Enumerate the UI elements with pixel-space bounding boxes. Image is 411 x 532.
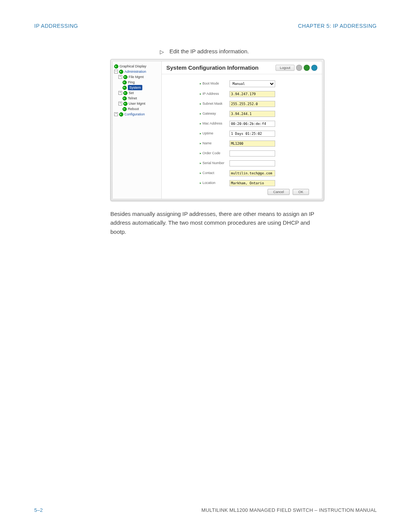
bullet-icon <box>123 86 127 90</box>
page-number: 5–2 <box>34 507 43 513</box>
page-footer: 5–2 MULTILINK ML1200 MANAGED FIELD SWITC… <box>34 507 377 513</box>
refresh-icon[interactable] <box>304 65 310 71</box>
bullet-icon <box>123 107 127 111</box>
sidebar-item-administration[interactable]: – Administration <box>114 69 160 74</box>
label-boot-mode: Boot Mode <box>200 81 229 85</box>
bullet-icon <box>123 80 127 85</box>
row-ip-address: IP Address <box>200 90 313 97</box>
sidebar-item-graphical-display[interactable]: Graphical Display <box>114 64 160 69</box>
row-location: Location <box>200 179 313 186</box>
page-header: IP ADDRESSING CHAPTER 5: IP ADDRESSING <box>34 23 377 29</box>
sidebar-label: Telnet <box>128 96 137 101</box>
sidebar-item-set[interactable]: + Set <box>114 90 160 96</box>
topbar: System Configuration Information Logout <box>162 61 322 74</box>
bullet-icon <box>123 75 127 79</box>
label-contact: Contact <box>200 171 229 175</box>
ip-address-input[interactable] <box>229 91 275 97</box>
topbar-actions: Logout <box>276 65 317 71</box>
boot-mode-select[interactable]: Manual <box>229 80 275 87</box>
sidebar: Graphical Display – Administration + Fil… <box>113 61 162 199</box>
manual-title: MULTILINK ML1200 MANAGED FIELD SWITCH – … <box>201 507 377 513</box>
sidebar-label: Reboot <box>128 106 139 112</box>
row-mac: Mac Address <box>200 120 313 127</box>
triangle-icon: ▷ <box>160 49 164 55</box>
main-panel: System Configuration Information Logout … <box>162 61 322 199</box>
row-gateway: Gateway <box>200 110 313 117</box>
cancel-button[interactable]: Cancel <box>268 189 290 195</box>
row-serial: Serial Number <box>200 159 313 166</box>
label-location: Location <box>200 181 229 185</box>
bullet-icon <box>114 64 118 69</box>
ok-button[interactable]: OK <box>293 189 309 195</box>
bullet-icon <box>119 112 123 117</box>
app-window: Graphical Display – Administration + Fil… <box>112 61 322 199</box>
sidebar-item-user-mgmt[interactable]: + User Mgmt <box>114 101 160 106</box>
sidebar-label: Graphical Display <box>119 64 147 69</box>
header-right: CHAPTER 5: IP ADDRESSING <box>298 23 377 29</box>
bullet-icon <box>123 102 127 106</box>
row-name: Name <box>200 139 313 147</box>
label-uptime: Uptime <box>200 131 229 135</box>
uptime-input[interactable] <box>229 131 275 137</box>
embedded-screenshot: Graphical Display – Administration + Fil… <box>110 59 324 201</box>
logout-button[interactable]: Logout <box>276 65 295 71</box>
gateway-input[interactable] <box>229 111 275 117</box>
label-subnet-mask: Subnet Mask <box>200 102 229 105</box>
row-boot-mode: Boot Mode Manual <box>200 80 313 87</box>
label-gateway: Gateway <box>200 112 229 115</box>
row-subnet-mask: Subnet Mask <box>200 100 313 107</box>
label-name: Name <box>200 141 229 145</box>
help-icon[interactable] <box>311 65 317 71</box>
bullet-icon <box>123 91 127 95</box>
row-uptime: Uptime <box>200 129 313 137</box>
body-paragraph: Besides manually assigning IP addresses,… <box>110 209 323 236</box>
button-row: Cancel OK <box>268 189 313 195</box>
label-ip-address: IP Address <box>200 92 229 96</box>
label-order-code: Order Code <box>200 151 229 155</box>
name-input[interactable] <box>229 141 275 147</box>
step-text: Edit the IP address information. <box>169 48 249 54</box>
order-code-input[interactable] <box>229 150 275 157</box>
expand-icon[interactable]: + <box>118 102 122 105</box>
expand-icon[interactable]: + <box>114 112 118 116</box>
sidebar-label: Set <box>129 90 134 96</box>
sidebar-item-telnet[interactable]: Telnet <box>114 96 160 101</box>
location-input[interactable] <box>229 180 275 186</box>
subnet-mask-input[interactable] <box>229 101 275 107</box>
page: IP ADDRESSING CHAPTER 5: IP ADDRESSING ▷… <box>0 0 411 532</box>
contact-input[interactable] <box>229 170 275 176</box>
print-icon[interactable] <box>296 65 302 71</box>
sidebar-item-reboot[interactable]: Reboot <box>114 106 160 112</box>
step-line: ▷ Edit the IP address information. <box>160 48 377 54</box>
expand-icon[interactable]: + <box>118 91 122 95</box>
sidebar-item-system[interactable]: System <box>114 85 160 90</box>
sidebar-label: Ping <box>128 80 135 85</box>
sidebar-label: System <box>128 85 142 90</box>
label-serial: Serial Number <box>200 161 229 165</box>
config-form: Boot Mode Manual IP Address Subnet Mask … <box>162 74 322 199</box>
page-title: System Configuration Information <box>166 64 259 71</box>
sidebar-label: Administration <box>124 69 146 74</box>
sidebar-label: Configuration <box>124 112 145 117</box>
sidebar-item-file-mgmt[interactable]: + File Mgmt <box>114 74 160 80</box>
bullet-icon <box>123 96 127 101</box>
label-mac: Mac Address <box>200 121 229 125</box>
expand-icon[interactable]: + <box>118 75 122 79</box>
sidebar-item-ping[interactable]: Ping <box>114 80 160 85</box>
sidebar-label: File Mgmt <box>129 74 144 80</box>
row-contact: Contact <box>200 169 313 176</box>
collapse-icon[interactable]: – <box>114 70 118 73</box>
header-left: IP ADDRESSING <box>34 23 78 29</box>
bullet-icon <box>119 70 123 74</box>
serial-input[interactable] <box>229 160 275 166</box>
mac-input[interactable] <box>229 121 275 127</box>
sidebar-label: User Mgmt <box>129 101 145 106</box>
row-order-code: Order Code <box>200 149 313 157</box>
sidebar-item-configuration[interactable]: + Configuration <box>114 112 160 117</box>
